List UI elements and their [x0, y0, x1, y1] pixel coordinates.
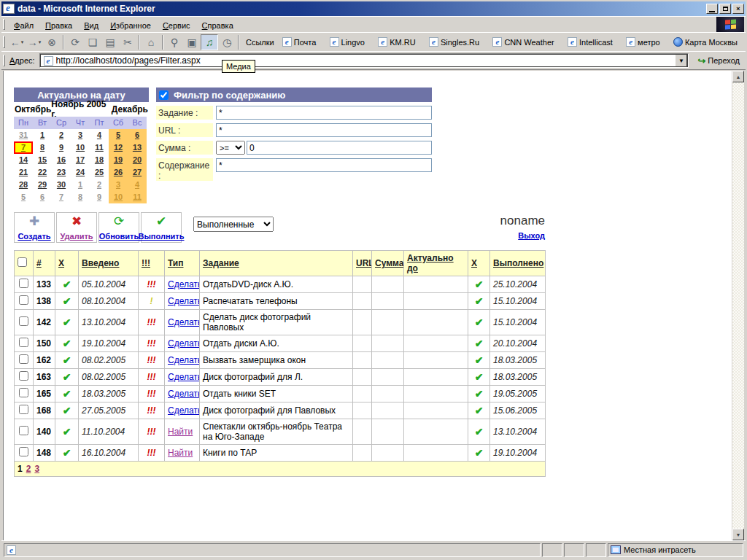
row-checkbox[interactable]	[19, 279, 28, 288]
column-sort-link[interactable]: !!!	[142, 258, 150, 268]
search-button[interactable]: ⚲	[166, 34, 183, 50]
favorites-button[interactable]: ▣	[183, 34, 201, 50]
task-filter-input[interactable]	[216, 106, 432, 120]
action-label[interactable]: Создать	[18, 232, 50, 241]
day-link[interactable]: 5	[116, 131, 120, 139]
logout-link[interactable]: Выход	[518, 231, 545, 240]
content-filter-input[interactable]	[216, 158, 432, 172]
day-link[interactable]: 3	[78, 131, 82, 139]
back-button[interactable]: ←▾	[8, 34, 26, 50]
day-link[interactable]: 16	[57, 155, 66, 164]
day-link[interactable]: 31	[19, 131, 28, 139]
day-link[interactable]: 6	[135, 131, 139, 139]
column-sort-link[interactable]: Задание	[203, 258, 239, 268]
refresh-action-button[interactable]: ⟳Обновить	[98, 212, 139, 243]
day-link[interactable]: 6	[40, 192, 44, 201]
links-bar-item-0[interactable]: eПочта	[279, 37, 320, 47]
day-link[interactable]: 1	[40, 131, 44, 139]
menu-item-2[interactable]: Вид	[78, 19, 104, 32]
day-link[interactable]: 2	[97, 180, 101, 189]
cut-button[interactable]: ✂	[119, 34, 136, 50]
paste-button[interactable]: ▤	[101, 34, 119, 50]
day-link[interactable]: 27	[133, 168, 142, 176]
day-link[interactable]: 20	[133, 155, 142, 164]
day-link[interactable]: 3	[116, 180, 120, 189]
action-label[interactable]: Удалить	[60, 232, 93, 241]
day-link[interactable]: 18	[95, 155, 104, 164]
day-link[interactable]: 19	[114, 155, 123, 164]
type-link[interactable]: Сделать	[168, 389, 200, 399]
day-link[interactable]: 24	[76, 168, 85, 176]
day-link[interactable]: 11	[95, 143, 104, 152]
address-dropdown-button[interactable]: ▼	[675, 54, 687, 67]
column-sort-link[interactable]: URL	[356, 258, 372, 268]
row-checkbox[interactable]	[19, 426, 28, 435]
close-button[interactable]: ×	[732, 4, 744, 14]
select-all-checkbox[interactable]	[18, 257, 27, 267]
action-label[interactable]: Выполнить	[139, 232, 185, 241]
column-sort-link[interactable]: Сумма	[375, 258, 403, 268]
go-button[interactable]: ↪ Переход	[692, 52, 746, 69]
menu-grip[interactable]	[3, 19, 5, 30]
status-filter-select[interactable]: Выполненные	[193, 217, 274, 232]
history-button[interactable]: ◷	[218, 34, 236, 50]
links-bar-item-3[interactable]: eSingles.Ru	[425, 37, 483, 47]
day-link[interactable]: 5	[21, 192, 26, 201]
day-link[interactable]: 29	[38, 180, 47, 189]
row-checkbox[interactable]	[19, 388, 28, 397]
links-bar-item-6[interactable]: eметро	[622, 37, 664, 47]
vertical-scrollbar[interactable]: ▲ ▼	[732, 71, 744, 540]
day-link[interactable]: 10	[114, 192, 123, 201]
media-button[interactable]: ♫	[201, 34, 218, 50]
day-link[interactable]: 4	[135, 180, 139, 189]
type-link[interactable]: Найти	[168, 448, 193, 458]
menu-item-5[interactable]: Справка	[196, 19, 239, 32]
url-filter-input[interactable]	[216, 123, 432, 137]
links-bar-item-1[interactable]: eLingvo	[326, 37, 368, 47]
day-link[interactable]: 11	[133, 192, 142, 201]
day-link[interactable]: 4	[97, 131, 101, 139]
toolbar-grip[interactable]	[3, 36, 5, 49]
home-button[interactable]: ⌂	[142, 34, 160, 50]
type-link[interactable]: Сделать	[168, 372, 200, 382]
links-bar-item-7[interactable]: Карта Москвы	[670, 37, 741, 47]
menu-item-0[interactable]: Файл	[8, 19, 39, 32]
row-checkbox[interactable]	[19, 354, 28, 364]
column-sort-link[interactable]: X	[471, 258, 477, 268]
address-input[interactable]	[56, 55, 676, 66]
column-sort-link[interactable]: Выполнено	[493, 258, 543, 268]
day-link[interactable]: 25	[95, 168, 104, 176]
next-month-link[interactable]: Декабрь	[112, 104, 148, 114]
minimize-button[interactable]	[706, 4, 718, 14]
column-sort-link[interactable]: #	[36, 258, 42, 268]
day-link[interactable]: 10	[76, 143, 85, 152]
links-bar-item-5[interactable]: eIntellicast	[564, 37, 616, 47]
day-link[interactable]: 28	[19, 180, 28, 189]
plus-action-button[interactable]: ✚Создать	[14, 212, 55, 243]
links-bar-item-4[interactable]: eCNN Weather	[489, 37, 557, 47]
scroll-up-icon[interactable]: ▲	[732, 71, 744, 82]
type-link[interactable]: Сделать	[168, 296, 200, 306]
day-link[interactable]: 9	[59, 143, 63, 152]
day-link[interactable]: 23	[57, 168, 66, 176]
menu-item-3[interactable]: Избранное	[104, 19, 157, 32]
prev-month-link[interactable]: Октябрь	[15, 104, 51, 114]
stop-button[interactable]: ⊗	[43, 34, 61, 50]
day-link[interactable]: 7	[59, 192, 63, 201]
day-link[interactable]: 17	[76, 155, 85, 164]
address-grip[interactable]	[3, 55, 5, 67]
day-link[interactable]: 14	[19, 155, 28, 164]
sum-operator-select[interactable]: >=	[216, 141, 245, 155]
row-checkbox[interactable]	[19, 316, 28, 326]
menu-item-1[interactable]: Правка	[39, 19, 78, 32]
page-link[interactable]: 3	[34, 464, 39, 474]
day-link[interactable]: 12	[114, 143, 123, 152]
day-link[interactable]: 8	[40, 143, 44, 152]
day-link[interactable]: 13	[133, 143, 142, 152]
column-sort-link[interactable]: Тип	[168, 258, 184, 268]
restore-button[interactable]	[719, 4, 731, 14]
row-checkbox[interactable]	[19, 405, 28, 414]
menu-item-4[interactable]: Сервис	[157, 19, 196, 32]
day-link[interactable]: 9	[97, 192, 101, 201]
day-link[interactable]: 7	[21, 143, 26, 152]
